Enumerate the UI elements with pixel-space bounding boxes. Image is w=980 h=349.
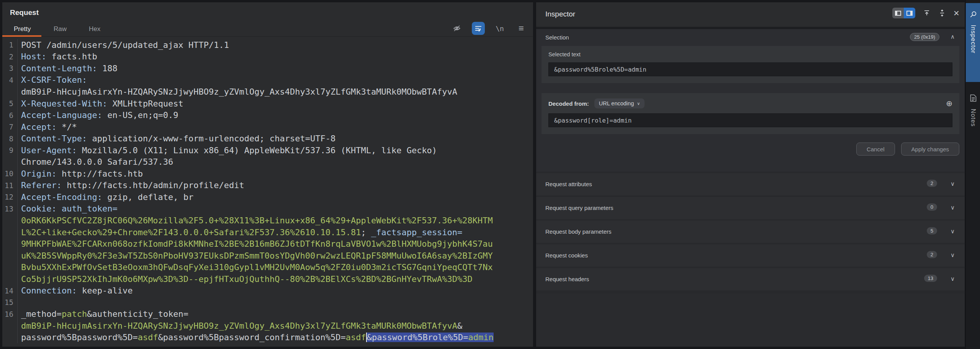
code-line[interactable]: 15	[2, 297, 533, 308]
code-text: Bvbu5XXhExPWfOvSetB3eOoxm3hQFwDsqFyXei31…	[18, 262, 493, 272]
selection-header[interactable]: Selection 25 (0x19) ∧	[536, 29, 965, 46]
code-line[interactable]: L%2C+like+Gecko%29+Chrome%2F143.0.0.0+Sa…	[2, 226, 533, 238]
code-segment: asdf	[346, 333, 366, 342]
chevron-down-icon[interactable]: ∨	[951, 275, 955, 282]
chevron-down-icon[interactable]: ∨	[951, 228, 955, 235]
code-segment: User-Agent:	[21, 146, 82, 155]
code-line[interactable]: 6Accept-Language: en-US,en;q=0.9	[2, 109, 533, 121]
line-number: 1	[2, 39, 18, 51]
code-segment: POST /admin/users/5/updated_ajax HTTP/1.…	[21, 40, 229, 50]
inspector-section-request-query-parameters[interactable]: Request query parameters0∨	[536, 197, 965, 219]
code-segment: Referer:	[21, 180, 67, 190]
line-number: 8	[2, 133, 18, 144]
word-wrap-icon[interactable]	[472, 22, 485, 35]
collapse-all-icon[interactable]	[923, 9, 931, 17]
add-decoding-icon[interactable]: ⊕	[946, 99, 952, 108]
editor-menu-icon[interactable]: ≡	[515, 22, 528, 35]
code-line[interactable]: 14Connection: keep-alive	[2, 285, 533, 297]
encoding-dropdown[interactable]: URL encoding ∨	[594, 98, 645, 108]
code-line[interactable]: dmB9iP-hHcujmAsirxYn-HZQARySNzJjwyHBO9z_…	[2, 320, 533, 332]
code-line[interactable]: uK%2B5SVWppRy0%2F3e3wT5ZbS0nPboHV937EUks…	[2, 250, 533, 262]
line-number	[2, 238, 18, 250]
request-panel-title: Request	[10, 8, 39, 17]
code-line[interactable]: Bvbu5XXhExPWfOvSetB3eOoxm3hQFwDsqFyXei31…	[2, 261, 533, 273]
code-segment: _factsapp_session=	[371, 228, 462, 237]
inspector-section-request-headers[interactable]: Request headers13∨	[536, 268, 965, 290]
code-line[interactable]: 10Origin: http://facts.htb	[2, 168, 533, 180]
code-segment: L%2C+like+Gecko%29+Chrome%2F143.0.0.0+Sa…	[21, 228, 361, 237]
code-line[interactable]: 2Host: facts.htb	[2, 51, 533, 63]
code-text: Content-Length: 188	[18, 64, 118, 73]
code-line[interactable]: Chrome/143.0.0.0 Safari/537.36	[2, 156, 533, 168]
line-number: 13	[2, 203, 18, 215]
code-segment: &authenticity_token=	[87, 309, 188, 319]
code-line[interactable]: 8Content-Type: application/x-www-form-ur…	[2, 133, 533, 144]
code-line[interactable]: 13Cookie: auth_token=	[2, 203, 533, 215]
section-count-badge: 2	[927, 251, 937, 258]
hide-eye-icon[interactable]	[450, 22, 463, 35]
section-count-badge: 0	[927, 203, 937, 211]
side-tab-notes[interactable]: Notes	[966, 87, 980, 162]
code-line[interactable]: 12Accept-Encoding: gzip, deflate, br	[2, 191, 533, 203]
code-line[interactable]: 16_method=patch&authenticity_token=	[2, 308, 533, 320]
code-line[interactable]: 9MHKPFbWAE%2FCARxn068ozfkIomdPi8kKMNheI%…	[2, 238, 533, 250]
inspector-section-request-body-parameters[interactable]: Request body parameters5∨	[536, 221, 965, 243]
request-panel: Request Pretty Raw Hex \n ≡ 1POST /admin…	[2, 2, 533, 347]
selected-text-input[interactable]: &password%5Brole%5D=admin	[548, 62, 952, 76]
code-segment: Host:	[21, 52, 51, 61]
inspector-section-request-cookies[interactable]: Request cookies2∨	[536, 244, 965, 267]
code-line[interactable]: Co5bjjrU9SP52XkIhJmK0o6MXpw%3D%3D--epjfH…	[2, 273, 533, 285]
chevron-down-icon[interactable]: ∨	[951, 204, 955, 211]
code-segment: &	[457, 321, 462, 331]
section-label: Request query parameters	[545, 205, 614, 211]
decoded-card: Decoded from: URL encoding ∨ ⊕ &password…	[542, 93, 959, 134]
code-line[interactable]: 1POST /admin/users/5/updated_ajax HTTP/1…	[2, 39, 533, 51]
code-line[interactable]: 3Content-Length: 188	[2, 62, 533, 74]
line-number: 9	[2, 144, 18, 156]
code-line[interactable]: 4X-CSRF-Token:	[2, 74, 533, 86]
close-icon[interactable]: ×	[954, 8, 959, 18]
code-line[interactable]: 5X-Requested-With: XMLHttpRequest	[2, 98, 533, 110]
code-text: Connection: keep-alive	[18, 286, 133, 295]
line-number: 7	[2, 121, 18, 133]
apply-changes-button[interactable]: Apply changes	[901, 143, 959, 156]
code-text: Accept-Language: en-US,en;q=0.9	[18, 110, 178, 120]
dock-right-icon[interactable]	[904, 8, 915, 18]
tab-raw[interactable]: Raw	[54, 25, 67, 33]
cancel-button[interactable]: Cancel	[856, 143, 895, 156]
code-text: Content-Type: application/x-www-form-url…	[18, 134, 335, 143]
code-segment: ;	[361, 228, 371, 237]
code-line[interactable]: 9User-Agent: Mozilla/5.0 (X11; Linux x86…	[2, 144, 533, 156]
code-line[interactable]: dmB9iP-hHcujmAsirxYn-HZQARySNzJjwyHBO9z_…	[2, 86, 533, 98]
chevron-up-icon[interactable]: ∧	[951, 33, 955, 40]
line-number: 3	[2, 62, 18, 74]
decoded-text-input[interactable]: &password[role]=admin	[548, 113, 952, 127]
chevron-down-icon[interactable]: ∨	[951, 180, 955, 187]
section-count-badge: 2	[927, 180, 937, 187]
tab-pretty[interactable]: Pretty	[14, 25, 31, 33]
request-editor[interactable]: 1POST /admin/users/5/updated_ajax HTTP/1…	[2, 37, 533, 347]
code-segment: gzip, deflate, br	[107, 192, 193, 202]
code-line[interactable]: 0oRK6KkPSCfVC2Z8jRC06Q%26Mozilla%2F5.0+%…	[2, 215, 533, 226]
line-number	[2, 226, 18, 238]
expand-all-icon[interactable]	[938, 9, 946, 17]
code-line[interactable]: 11Referer: http://facts.htb/admin/profil…	[2, 180, 533, 192]
selection-section: Selection 25 (0x19) ∧ Selected text &pas…	[536, 29, 965, 172]
code-segment: X-CSRF-Token:	[21, 75, 87, 85]
inspector-title: Inspector	[545, 10, 575, 18]
code-segment: &password%5Bpassword_confirmation%5D=	[158, 333, 346, 342]
inspector-section-request-attributes[interactable]: Request attributes2∨	[536, 173, 965, 195]
tab-hex[interactable]: Hex	[89, 25, 100, 33]
side-tab-inspector[interactable]: Inspector	[966, 3, 980, 82]
chevron-down-icon[interactable]: ∨	[951, 252, 955, 259]
line-number: 10	[2, 168, 18, 180]
code-line[interactable]: 7Accept: */*	[2, 121, 533, 133]
newline-toggle-icon[interactable]: \n	[493, 22, 506, 35]
line-number: 2	[2, 51, 18, 63]
notes-document-icon	[970, 94, 977, 102]
code-segment: asdf	[138, 333, 158, 342]
dock-left-icon[interactable]	[892, 8, 904, 18]
code-line[interactable]: password%5Bpassword%5D=asdf&password%5Bp…	[2, 332, 533, 344]
code-segment: _method=	[21, 309, 62, 319]
code-segment: uK%2B5SVWppRy0%2F3e3wT5ZbS0nPboHV937EUks…	[21, 251, 493, 261]
